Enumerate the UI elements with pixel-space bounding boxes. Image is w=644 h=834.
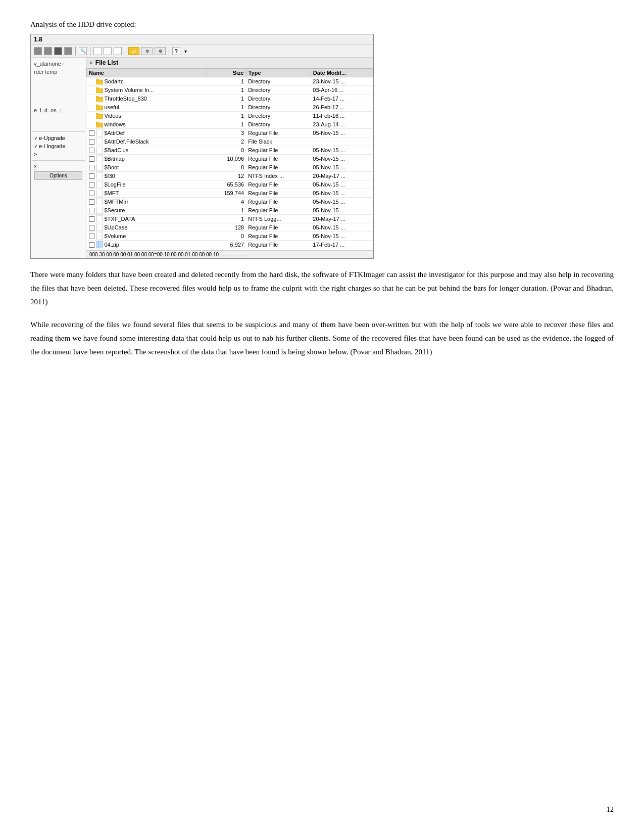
- svg-rect-5: [96, 96, 98, 98]
- file-type-cell: Directory: [246, 77, 311, 86]
- file-checkbox[interactable]: [89, 130, 94, 136]
- col-name[interactable]: Name: [87, 69, 207, 77]
- ftk-window: 1.8 🔍 📁 ⚙ ⚙ ? ▾ v_alamone← rderTemp e_l_…: [30, 34, 374, 259]
- sidebar-item-upgrade[interactable]: ✓ e-Upgrade: [32, 134, 85, 142]
- table-row[interactable]: 04.zip6,927Regular File17-Feb-17 ...: [87, 241, 373, 249]
- folder-icon: [96, 86, 103, 94]
- file-name-text: Sodartc: [105, 78, 124, 84]
- file-type-cell: File Slack: [246, 137, 311, 146]
- file-list-scroll[interactable]: Name Size Type Date Modif... Sodartc1Dir…: [86, 68, 373, 250]
- file-icon-generic: [96, 164, 103, 171]
- table-row[interactable]: ThrottleStop_8301Directory14-Feb-17 ...: [87, 95, 373, 103]
- sidebar-item-3[interactable]: e_l_d_os_↑: [32, 106, 85, 114]
- table-row[interactable]: Sodartc1Directory23-Nov-15 ...: [87, 77, 373, 86]
- file-checkbox[interactable]: [89, 234, 94, 239]
- file-name-text: $MFT: [105, 190, 119, 196]
- file-checkbox[interactable]: [89, 156, 94, 162]
- toolbar-btn-1[interactable]: [34, 47, 42, 55]
- file-type-cell: Directory: [246, 86, 311, 95]
- sidebar-item-2[interactable]: rderTemp: [32, 68, 85, 76]
- toolbar-btn-7[interactable]: [104, 47, 112, 55]
- table-row[interactable]: $TXF_DATA1NTFS Logg...20-May-17 ...: [87, 215, 373, 223]
- svg-rect-25: [96, 241, 103, 248]
- table-row[interactable]: $I3012NTFS Index ...20-May-17 ...: [87, 172, 373, 180]
- toolbar-btn-8[interactable]: [114, 47, 122, 55]
- svg-rect-20: [96, 198, 103, 205]
- file-date-cell: 17-Feb-17 ...: [311, 241, 373, 249]
- table-row[interactable]: System Volume In...1Directory03-Apr-16 .…: [87, 86, 373, 95]
- file-name-cell: $I30: [87, 172, 207, 180]
- panel-close-btn[interactable]: ×: [89, 60, 92, 66]
- file-name-text: $UpCase: [105, 224, 128, 230]
- toolbar-dropdown[interactable]: ▾: [184, 49, 187, 54]
- svg-rect-23: [96, 224, 103, 231]
- sidebar-item-1[interactable]: v_alamone←: [32, 60, 85, 68]
- file-checkbox[interactable]: [89, 216, 94, 222]
- svg-rect-24: [96, 233, 103, 240]
- file-slack-icon: [96, 138, 103, 145]
- analysis-label: Analysis of the HDD drive copied:: [30, 20, 614, 29]
- file-icon-generic: [96, 233, 103, 240]
- toolbar-btn-10[interactable]: ⚙: [141, 47, 153, 55]
- toolbar-btn-6[interactable]: [93, 47, 102, 55]
- file-checkbox[interactable]: [89, 199, 94, 205]
- options-button[interactable]: Options: [34, 171, 82, 180]
- table-row[interactable]: useful1Directory26-Feb-17 ...: [87, 103, 373, 112]
- table-row[interactable]: $UpCase128Regular File05-Nov-15 ...: [87, 223, 373, 232]
- file-checkbox[interactable]: [89, 208, 94, 213]
- table-row[interactable]: $Bitmap10,096Regular File05-Nov-15 ...: [87, 155, 373, 163]
- table-row[interactable]: Videos1Directory11-Feb-16 ...: [87, 112, 373, 120]
- file-icon-generic: [96, 224, 103, 231]
- sidebar-close-btn[interactable]: ×: [32, 163, 85, 170]
- toolbar-btn-2[interactable]: [44, 47, 52, 55]
- sidebar-item-arrow[interactable]: >: [32, 150, 85, 158]
- file-checkbox[interactable]: [89, 148, 94, 153]
- svg-rect-13: [96, 138, 103, 145]
- toolbar-btn-5[interactable]: 🔍: [79, 47, 87, 55]
- toolbar-sep-2: [90, 47, 90, 56]
- col-type[interactable]: Type: [246, 69, 311, 77]
- file-type-cell: Directory: [246, 112, 311, 120]
- file-type-cell: Directory: [246, 103, 311, 112]
- toolbar-btn-4[interactable]: [64, 47, 72, 55]
- file-checkbox[interactable]: [89, 173, 94, 179]
- file-name-cell: $BadClus: [87, 146, 207, 155]
- file-checkbox[interactable]: [89, 191, 94, 196]
- file-icon-generic: [96, 215, 103, 222]
- table-row[interactable]: $Secure1Regular File05-Nov-15 ...: [87, 206, 373, 215]
- file-checkbox[interactable]: [89, 139, 94, 145]
- file-size-cell: 0: [207, 232, 246, 241]
- file-type-cell: Regular File: [246, 223, 311, 232]
- file-name-cell: $Bitmap: [87, 155, 207, 163]
- table-row[interactable]: $AttrDef.FileSlack2File Slack: [87, 137, 373, 146]
- file-icon-generic: [96, 172, 103, 179]
- table-row[interactable]: $BadClus0Regular File05-Nov-15 ...: [87, 146, 373, 155]
- toolbar-btn-3[interactable]: [54, 47, 62, 55]
- table-row[interactable]: $MFTMirr4Regular File05-Nov-15 ...: [87, 198, 373, 206]
- file-size-cell: 2: [207, 137, 246, 146]
- svg-rect-1: [96, 79, 98, 80]
- file-date-cell: 05-Nov-15 ...: [311, 232, 373, 241]
- table-row[interactable]: $Volume0Regular File05-Nov-15 ...: [87, 232, 373, 241]
- sidebar-item-ingrade[interactable]: ✓ e-l Ingrade: [32, 142, 85, 150]
- file-checkbox[interactable]: [89, 165, 94, 170]
- svg-rect-14: [96, 147, 103, 154]
- col-size[interactable]: Size: [207, 69, 246, 77]
- file-checkbox[interactable]: [89, 182, 94, 188]
- table-row[interactable]: $Boot8Regular File05-Nov-15 ...: [87, 163, 373, 172]
- file-size-cell: 4: [207, 198, 246, 206]
- table-row[interactable]: $AttrDef3Regular File05-Nov-15 ...: [87, 129, 373, 137]
- table-row[interactable]: $MFT159,744Regular File05-Nov-15 ...: [87, 189, 373, 198]
- table-row[interactable]: windows1Directory23-Aug-14 ...: [87, 120, 373, 129]
- toolbar-btn-help[interactable]: ?: [172, 47, 180, 55]
- col-date[interactable]: Date Modif...: [311, 69, 373, 77]
- file-checkbox[interactable]: [89, 225, 94, 230]
- file-size-cell: 10,096: [207, 155, 246, 163]
- file-checkbox[interactable]: [89, 242, 94, 248]
- file-date-cell: 23-Aug-14 ...: [311, 120, 373, 129]
- file-type-cell: NTFS Logg...: [246, 215, 311, 223]
- toolbar-btn-9[interactable]: 📁: [128, 47, 139, 55]
- toolbar-btn-11[interactable]: ⚙: [155, 47, 166, 55]
- table-row[interactable]: $LogFile65,536Regular File05-Nov-15 ...: [87, 180, 373, 189]
- svg-rect-16: [96, 164, 103, 171]
